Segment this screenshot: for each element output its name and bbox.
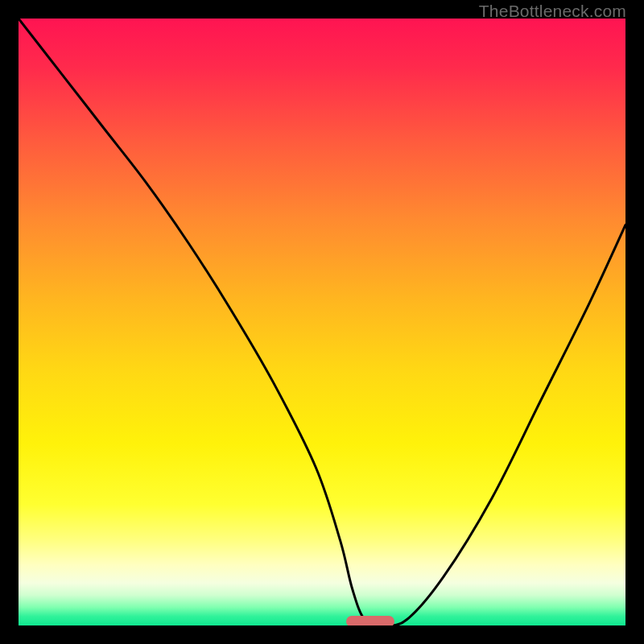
- optimal-range-marker: [346, 616, 394, 625]
- bottleneck-curve: [19, 19, 625, 625]
- chart-frame: TheBottleneck.com: [0, 0, 644, 644]
- watermark-text: TheBottleneck.com: [479, 2, 626, 21]
- plot-area: [19, 19, 625, 625]
